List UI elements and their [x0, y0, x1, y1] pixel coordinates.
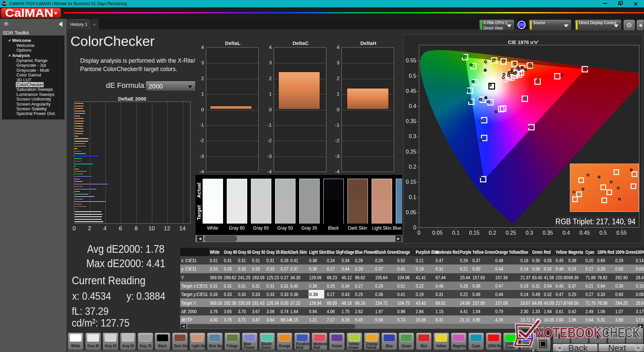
svg-text:CHECK: CHECK — [602, 325, 640, 341]
svg-text:NOTEBOOK: NOTEBOOK — [535, 325, 602, 341]
